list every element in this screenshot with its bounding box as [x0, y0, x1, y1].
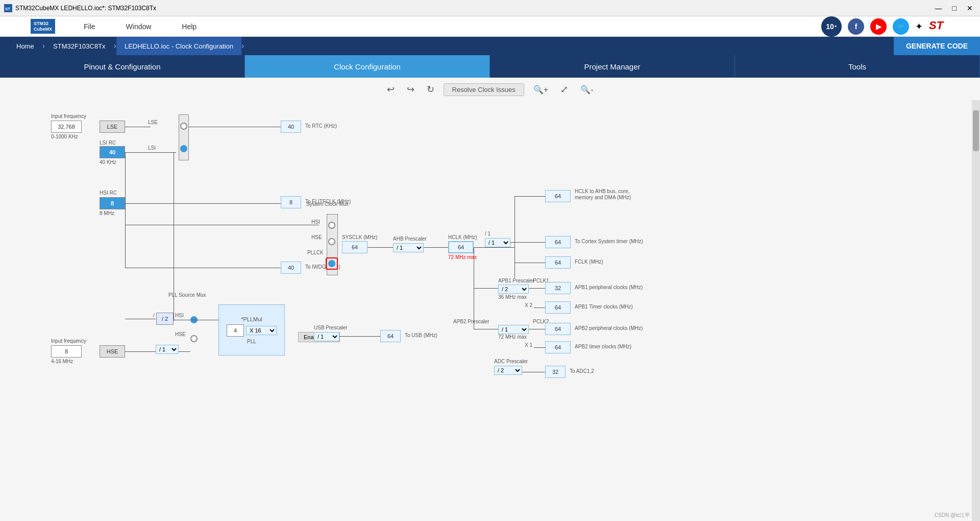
pclk1-max: 36 MHz max — [498, 294, 527, 300]
resolve-clock-button[interactable]: Resolve Clock Issues — [444, 83, 524, 96]
adc-out-val[interactable]: 32 — [545, 366, 566, 378]
lsi-rc-label: LSI RC — [100, 140, 116, 146]
breadcrumb-arrow: › — [241, 41, 244, 51]
sysclk-val[interactable]: 64 — [342, 241, 368, 253]
hse-div-prescaler[interactable]: / 1/ 2 — [156, 345, 179, 354]
window-title: STM32CubeMX LEDHELLO.ioc*: STM32F103C8Tx — [15, 5, 156, 12]
network-icon[interactable]: ✦ — [915, 21, 923, 32]
hclk-val[interactable]: 64 — [448, 241, 474, 253]
pllmul-label: *PLLMul — [241, 316, 262, 322]
apb2-prescaler[interactable]: / 1/ 2 — [498, 325, 529, 334]
breadcrumb-home[interactable]: Home — [8, 37, 42, 55]
input-freq2-val[interactable]: 8 — [51, 345, 82, 358]
minimize-button[interactable]: — — [932, 3, 945, 13]
logo-box: STM32 CubeMX — [31, 19, 55, 34]
hse-sys-radio[interactable] — [328, 238, 335, 245]
tab-clock[interactable]: Clock Configuration — [245, 55, 490, 78]
app-logo: STM32 CubeMX — [31, 19, 55, 34]
expand-button[interactable]: ⤢ — [557, 82, 571, 97]
refresh-button[interactable]: ↻ — [424, 82, 437, 97]
hse-box2: HSE — [100, 345, 125, 358]
close-button[interactable]: ✕ — [964, 3, 976, 13]
help-menu[interactable]: Help — [182, 22, 197, 31]
tab-tools[interactable]: Tools — [735, 55, 980, 78]
rtc-out-val[interactable]: 40 — [281, 121, 301, 133]
apb2-timer-label: APB2 timer clocks (MHz) — [575, 344, 631, 349]
input-freq2-range: 4-16 MHz — [51, 359, 73, 364]
sysclk-label: SYSCLK (MHz) — [342, 234, 377, 240]
apb1-per-val[interactable]: 32 — [545, 282, 571, 294]
watermark: CSDN @tc江平 — [935, 512, 970, 519]
clock-diagram: Input frequency 32.768 0-1000 KHz LSE LS… — [0, 100, 972, 521]
fclk-label: FCLK (MHz) — [575, 259, 603, 265]
youtube-icon[interactable]: ▶ — [870, 18, 887, 35]
pllmul-select[interactable]: X 16X 2X 3X 4 — [246, 326, 277, 335]
generate-code-button[interactable]: GENERATE CODE — [894, 37, 980, 55]
hclk-ahb-label: HCLK to AHB bus, core, — [575, 188, 629, 194]
tab-project[interactable]: Project Manager — [490, 55, 735, 78]
scroll-thumb[interactable] — [973, 110, 979, 151]
maximize-button[interactable]: □ — [949, 3, 960, 13]
hclk-ahb-label2: memory and DMA (MHz) — [575, 195, 631, 200]
lse-box[interactable]: LSE — [100, 121, 125, 133]
apb1-per-label: APB1 peripheral clocks (MHz) — [575, 285, 643, 290]
pll-val[interactable]: 4 — [227, 324, 244, 337]
pll-box: *PLLMul 4 X 16X 2X 3X 4 PLL — [218, 304, 285, 356]
hsi-rc-label: HSI RC — [100, 190, 117, 196]
menu-right: 10 ✦ f ▶ 🐦 ✦ ST — [821, 16, 949, 37]
main-content: ↩ ↪ ↻ Resolve Clock Issues 🔍+ ⤢ 🔍- Input… — [0, 78, 980, 521]
input-freq2-label: Input frequency — [51, 338, 86, 344]
rtc-label: To RTC (KHz) — [305, 123, 337, 129]
facebook-icon[interactable]: f — [848, 18, 864, 35]
adc-prescaler[interactable]: / 2/ 4/ 6/ 8 — [494, 366, 522, 375]
usb-out-label: To USB (MHz) — [405, 333, 437, 338]
hsi-value[interactable]: 8 — [100, 197, 125, 209]
flitf-out-val[interactable]: 8 — [281, 196, 301, 208]
vertical-scrollbar[interactable] — [972, 100, 980, 521]
lsi-khz: 40 KHz — [100, 159, 116, 165]
lse-radio[interactable] — [180, 123, 187, 130]
ahb-prescaler[interactable]: / 1/ 2/ 4/ 8/ 16 — [393, 243, 424, 252]
adc-out-label: To ADC1,2 — [570, 368, 594, 374]
cortex-div: / 1 — [485, 231, 491, 236]
iwdg-out-val[interactable]: 40 — [281, 262, 301, 274]
pclk2-max: 72 MHz max — [498, 334, 527, 340]
pll-label: PLL — [247, 339, 256, 344]
zoom-in-button[interactable]: 🔍+ — [530, 83, 551, 97]
breadcrumb-page[interactable]: LEDHELLO.ioc - Clock Configuration — [116, 37, 241, 55]
hsi-div2-box: / 2 — [156, 313, 174, 325]
hsi-sys-radio[interactable] — [328, 222, 335, 229]
pll-radio-highlight — [326, 257, 338, 270]
apb2-x1-label: X 1 — [525, 342, 532, 348]
lsi-radio[interactable] — [180, 145, 187, 152]
window-menu[interactable]: Window — [126, 22, 152, 31]
hclk-ahb-val[interactable]: 64 — [545, 190, 571, 202]
adc-label: ADC Prescaler — [494, 359, 528, 364]
cortex-prescaler[interactable]: / 1/ 8 — [485, 238, 510, 247]
titlebar: ST STM32CubeMX LEDHELLO.ioc*: STM32F103C… — [0, 0, 980, 16]
zoom-out-button[interactable]: 🔍- — [577, 83, 596, 97]
apb1-timer-val[interactable]: 64 — [545, 301, 571, 314]
tabbar: Pinout & Configuration Clock Configurati… — [0, 55, 980, 78]
breadcrumb-device[interactable]: STM32F103C8Tx — [45, 37, 114, 55]
undo-button[interactable]: ↩ — [384, 82, 398, 97]
menubar: STM32 CubeMX File Window Help 10 ✦ f ▶ 🐦… — [0, 16, 980, 37]
hse-mux: HSE — [311, 234, 322, 240]
fclk-val[interactable]: 64 — [545, 256, 571, 269]
twitter-icon[interactable]: 🐦 — [893, 18, 909, 35]
file-menu[interactable]: File — [84, 22, 95, 31]
lsi-value[interactable]: 40 — [100, 146, 125, 158]
input-freq-value[interactable]: 32.768 — [51, 121, 82, 133]
cortex-val[interactable]: 64 — [545, 236, 571, 248]
usb-prescaler[interactable]: / 1/ 1.5 — [314, 332, 339, 341]
pll-source-mux-label: PLL Source Mux — [168, 292, 206, 298]
hse-pll-radio[interactable] — [190, 335, 198, 342]
tab-pinout[interactable]: Pinout & Configuration — [0, 55, 245, 78]
redo-button[interactable]: ↪ — [404, 82, 418, 97]
apb2-timer-val[interactable]: 64 — [545, 341, 571, 353]
usb-out-val[interactable]: 64 — [380, 330, 401, 342]
apb1-prescaler[interactable]: / 1/ 2/ 4/ 8/ 16 — [498, 285, 529, 294]
stm32-icon: ST — [4, 4, 12, 12]
apb2-per-val[interactable]: 64 — [545, 323, 571, 335]
ten-badge: 10 ✦ — [821, 16, 842, 37]
